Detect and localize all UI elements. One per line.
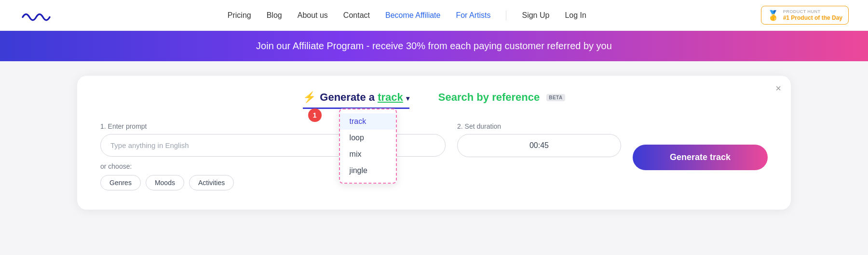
navbar: Pricing Blog About us Contact Become Aff…	[0, 0, 868, 31]
generate-section: x Generate track	[633, 122, 768, 170]
duration-label: 2. Set duration	[457, 122, 621, 130]
tab-search[interactable]: Search by reference BETA	[438, 91, 565, 109]
nav-contact[interactable]: Contact	[343, 11, 370, 20]
medal-icon: 🥇	[767, 10, 779, 21]
dropdown-item-track[interactable]: track	[340, 113, 396, 130]
ph-text: PRODUCT HUNT #1 Product of the Day	[783, 9, 842, 21]
nav-login[interactable]: Log In	[565, 11, 586, 20]
nav-pricing[interactable]: Pricing	[228, 11, 251, 20]
tab-search-label: Search by reference	[438, 91, 540, 104]
tab-generate[interactable]: ⚡ Generate a track ▾	[303, 91, 409, 109]
nav-blog[interactable]: Blog	[267, 11, 282, 20]
lightning-icon: ⚡	[303, 91, 316, 104]
type-dropdown: track loop mix jingle	[339, 108, 397, 184]
banner-text: Join our Affiliate Program - receive 30%…	[256, 40, 612, 51]
chip-activities[interactable]: Activities	[189, 175, 234, 190]
step-badge: 1	[308, 108, 322, 122]
ph-title: #1 Product of the Day	[783, 14, 842, 21]
nav-about[interactable]: About us	[298, 11, 328, 20]
nav-affiliate[interactable]: Become Affiliate	[385, 11, 440, 20]
form-row: 1. Enter prompt or choose: Genres Moods …	[100, 122, 768, 190]
chip-genres[interactable]: Genres	[100, 175, 141, 190]
nav-links: Pricing Blog About us Contact Become Aff…	[228, 11, 586, 20]
dropdown-item-loop[interactable]: loop	[340, 130, 396, 146]
affiliate-banner[interactable]: Join our Affiliate Program - receive 30%…	[0, 31, 868, 61]
beta-badge: BETA	[546, 94, 565, 101]
dropdown-item-mix[interactable]: mix	[340, 146, 396, 162]
duration-input[interactable]	[457, 134, 621, 157]
nav-signup[interactable]: Sign Up	[522, 11, 549, 20]
close-button[interactable]: ×	[775, 83, 781, 93]
ph-label: PRODUCT HUNT	[783, 9, 842, 14]
tab-generate-label: Generate a track ▾	[320, 91, 409, 104]
dropdown-item-jingle[interactable]: jingle	[340, 162, 396, 179]
main-card: × ⚡ Generate a track ▾ 1 track loop mix	[77, 76, 791, 210]
logo[interactable]	[19, 7, 53, 24]
generate-button[interactable]: Generate track	[633, 145, 768, 170]
main-content: × ⚡ Generate a track ▾ 1 track loop mix	[0, 61, 868, 224]
product-hunt-badge[interactable]: 🥇 PRODUCT HUNT #1 Product of the Day	[761, 6, 849, 25]
chip-moods[interactable]: Moods	[146, 175, 184, 190]
nav-divider	[506, 11, 506, 20]
nav-artists[interactable]: For Artists	[456, 11, 490, 20]
tabs-container: ⚡ Generate a track ▾ 1 track loop mix ji…	[100, 91, 768, 109]
duration-section: 2. Set duration	[457, 122, 621, 157]
